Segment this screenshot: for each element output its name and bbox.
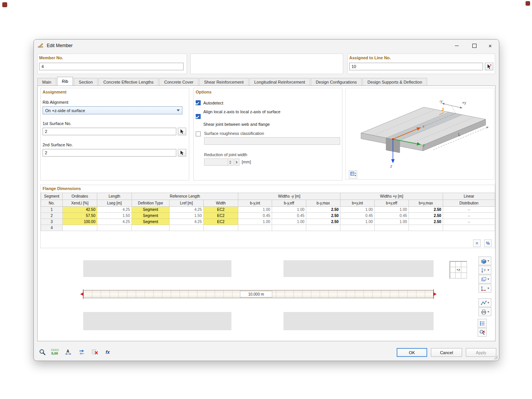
b-my-max-cell[interactable]: 2.50 xyxy=(306,219,340,225)
view-grid-cell[interactable] xyxy=(461,272,467,279)
b-py-eff-cell[interactable]: 1.00 xyxy=(375,207,409,213)
view-grid-cell[interactable] xyxy=(461,261,467,268)
definition-type-cell[interactable]: Segment xyxy=(132,219,169,225)
b-my-int-cell[interactable]: 0.45 xyxy=(238,213,272,219)
view-grid-cell[interactable] xyxy=(450,261,456,268)
segment-no-cell[interactable]: 1 xyxy=(41,207,63,213)
b-py-int-cell[interactable]: 0.45 xyxy=(340,213,375,219)
surface2-input[interactable]: 2 xyxy=(43,149,176,157)
ordinate-cell[interactable]: 42.50 xyxy=(63,207,97,213)
definition-type-cell[interactable] xyxy=(132,225,169,231)
lref-cell[interactable]: 4.25 xyxy=(169,219,204,225)
linear-distribution-cell[interactable]: -- xyxy=(443,219,495,225)
segment-no-cell[interactable]: 2 xyxy=(41,213,63,219)
beam-plan-view[interactable]: 10.000 m xyxy=(40,251,444,339)
segment-no-cell[interactable]: 4 xyxy=(41,225,63,231)
ordinate-cell[interactable]: 57.50 xyxy=(63,213,97,219)
refresh-view-button[interactable] xyxy=(349,170,357,179)
b-my-eff-cell[interactable]: 1.00 xyxy=(272,207,306,213)
print-graphic-button[interactable]: ▾ xyxy=(478,307,491,316)
width-cell[interactable] xyxy=(204,225,238,231)
segment-no-cell[interactable]: 3 xyxy=(41,219,63,225)
close-button[interactable]: × xyxy=(481,40,499,52)
graphic-settings-button[interactable] xyxy=(478,319,487,328)
b-py-eff-cell[interactable]: 0.45 xyxy=(375,213,409,219)
view-grid-cell[interactable] xyxy=(455,261,461,268)
lref-cell[interactable] xyxy=(169,225,204,231)
coordinate-system-button[interactable]: ▾ xyxy=(478,284,491,293)
b-my-int-cell[interactable]: 1.00 xyxy=(238,207,272,213)
minimize-button[interactable] xyxy=(448,40,466,52)
percent-values-button[interactable]: % xyxy=(484,239,492,247)
width-cell[interactable]: EC2 xyxy=(204,207,238,213)
cancel-zoom-button[interactable] xyxy=(478,328,487,337)
apply-button[interactable]: Apply xyxy=(466,348,496,357)
b-py-max-cell[interactable]: 2.50 xyxy=(409,219,443,225)
title-bar[interactable]: Edit Member × xyxy=(34,40,499,52)
tab-longitudinal-reinforcement[interactable]: Longitudinal Reinforcement xyxy=(249,78,310,86)
view-grid-cell[interactable] xyxy=(455,272,461,279)
surface1-input[interactable]: 2 xyxy=(43,128,176,135)
length-cell[interactable]: 1.50 xyxy=(97,213,132,219)
delete-entries-button[interactable] xyxy=(90,347,100,357)
definition-type-cell[interactable]: Segment xyxy=(132,207,169,213)
length-cell[interactable]: 4.25 xyxy=(97,207,132,213)
assigned-line-input[interactable]: 10 xyxy=(349,63,483,70)
rib-alignment-select[interactable]: On +z-side of surface xyxy=(43,106,182,114)
rib-3d-view[interactable]: -y +y L J x y z xyxy=(345,88,494,180)
b-my-max-cell[interactable] xyxy=(306,225,340,231)
select-surface2-button[interactable] xyxy=(178,149,186,157)
width-cell[interactable]: EC2 xyxy=(204,213,238,219)
tab-section[interactable]: Section xyxy=(74,78,98,86)
shear-joint-checkbox[interactable] xyxy=(196,131,201,136)
length-cell[interactable]: 4.25 xyxy=(97,219,132,225)
view-grid-cell-center[interactable]: +z xyxy=(455,267,461,273)
align-z-checkbox[interactable] xyxy=(196,114,201,119)
tab-main[interactable]: Main xyxy=(37,78,56,86)
view-grid-cell[interactable] xyxy=(450,272,456,279)
cancel-button[interactable]: Cancel xyxy=(431,348,462,357)
tab-shear-reinforcement[interactable]: Shear Reinforcement xyxy=(199,78,249,86)
tab-rib[interactable]: Rib xyxy=(57,77,73,86)
tab-design-supports-deflection[interactable]: Design Supports & Deflection xyxy=(363,78,427,86)
lref-cell[interactable]: 4.25 xyxy=(169,207,204,213)
b-my-max-cell[interactable]: 2.50 xyxy=(306,213,340,219)
select-line-button[interactable] xyxy=(485,63,493,70)
absolute-values-button[interactable]: = xyxy=(473,239,481,247)
maximize-button[interactable] xyxy=(466,40,483,52)
b-my-eff-cell[interactable]: 1.00 xyxy=(272,219,306,225)
tab-concrete-cover[interactable]: Concrete Cover xyxy=(159,78,198,86)
definition-type-cell[interactable]: Segment xyxy=(132,213,169,219)
view-grid-cell[interactable] xyxy=(461,267,467,273)
member-no-input[interactable]: 4 xyxy=(39,63,184,70)
linear-distribution-cell[interactable]: -- xyxy=(443,207,495,213)
view-direction-grid[interactable]: +z xyxy=(450,261,467,279)
autodetect-checkbox[interactable] xyxy=(196,100,201,105)
b-py-eff-cell[interactable]: 1.00 xyxy=(375,219,409,225)
find-in-graphic-button[interactable] xyxy=(37,347,47,357)
view-in-minus-y-button[interactable]: -y ▾ xyxy=(478,266,491,274)
b-py-int-cell[interactable]: 1.00 xyxy=(340,219,375,225)
b-my-eff-cell[interactable]: 0.45 xyxy=(272,213,306,219)
select-surface1-button[interactable] xyxy=(178,128,186,135)
view-grid-cell[interactable] xyxy=(450,267,456,273)
b-my-int-cell[interactable] xyxy=(238,225,272,231)
b-py-int-cell[interactable]: 1.00 xyxy=(340,207,375,213)
b-my-eff-cell[interactable] xyxy=(272,225,306,231)
decimal-places-button[interactable]: 0,00 xyxy=(50,347,60,357)
view-3d-button[interactable]: ▾ xyxy=(478,256,491,265)
ordinate-cell[interactable] xyxy=(63,225,97,231)
b-py-eff-cell[interactable] xyxy=(375,225,409,231)
transfer-values-button[interactable] xyxy=(77,347,87,357)
linear-distribution-cell[interactable] xyxy=(443,225,495,231)
resize-grip[interactable] xyxy=(493,355,498,359)
b-py-max-cell[interactable]: 2.50 xyxy=(409,207,443,213)
linear-distribution-cell[interactable]: -- xyxy=(443,213,495,219)
ok-button[interactable]: OK xyxy=(397,348,427,357)
lref-cell[interactable]: 1.50 xyxy=(169,213,204,219)
display-options-button[interactable]: ▾ xyxy=(478,275,491,283)
b-py-max-cell[interactable] xyxy=(409,225,443,231)
b-my-max-cell[interactable]: 2.50 xyxy=(306,207,340,213)
b-py-max-cell[interactable]: 2.50 xyxy=(409,213,443,219)
result-diagram-button[interactable]: ▾ xyxy=(478,298,491,307)
